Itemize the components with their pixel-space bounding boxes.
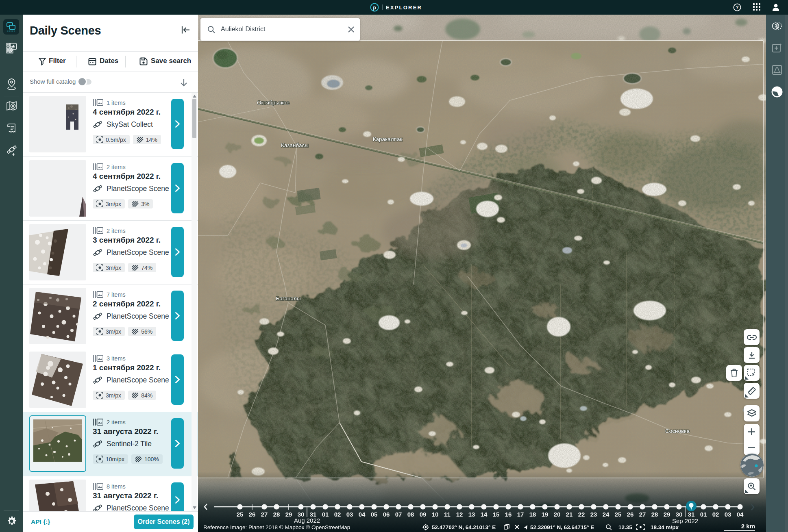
svg-text:28: 28	[651, 511, 658, 518]
svg-text:Aug 2022: Aug 2022	[294, 517, 320, 524]
svg-text:Казанбасы: Казанбасы	[281, 142, 309, 148]
svg-text:52.47702° N, 64.21013° E: 52.47702° N, 64.21013° E	[432, 524, 496, 530]
svg-text:26: 26	[627, 511, 634, 518]
svg-text:24: 24	[603, 511, 610, 518]
svg-text:Октябрьское: Октябрьское	[257, 100, 290, 106]
svg-text:02: 02	[712, 511, 719, 518]
svg-text:23: 23	[590, 511, 597, 518]
svg-text:15: 15	[493, 511, 500, 518]
svg-text:17: 17	[517, 511, 524, 518]
svg-text:20: 20	[554, 511, 561, 518]
svg-text:09: 09	[420, 511, 427, 518]
svg-text:19: 19	[542, 511, 549, 518]
svg-text:03: 03	[346, 511, 353, 518]
svg-text:30: 30	[676, 511, 683, 518]
svg-text:p: p	[373, 5, 376, 11]
svg-text:EXPLORER: EXPLORER	[386, 4, 422, 11]
svg-text:06: 06	[383, 511, 390, 518]
svg-text:29: 29	[664, 511, 670, 518]
svg-text:02: 02	[334, 511, 341, 518]
svg-text:11: 11	[444, 511, 451, 518]
svg-text:05: 05	[371, 511, 378, 518]
svg-text:2 km: 2 km	[741, 523, 755, 530]
svg-text:12.35: 12.35	[618, 524, 632, 530]
svg-text:52.32091° N, 63.64715° E: 52.32091° N, 63.64715° E	[530, 524, 594, 530]
svg-text:12: 12	[456, 511, 463, 518]
svg-text:28: 28	[273, 511, 280, 518]
svg-text:04: 04	[737, 511, 744, 518]
svg-text:Баганалы: Баганалы	[276, 295, 300, 302]
svg-text:Sep 2022: Sep 2022	[672, 517, 698, 524]
svg-text:01: 01	[322, 511, 329, 518]
svg-text:07: 07	[395, 511, 402, 518]
svg-text:14: 14	[481, 511, 488, 518]
svg-text:22: 22	[578, 511, 585, 518]
svg-text:10: 10	[432, 511, 439, 518]
svg-text:03: 03	[725, 511, 731, 518]
svg-text:21: 21	[566, 511, 573, 518]
svg-text:18: 18	[529, 511, 536, 518]
svg-text:Каракалпак: Каракалпак	[373, 136, 403, 142]
svg-text:08: 08	[407, 511, 414, 518]
svg-text:Сосновка: Сосновка	[665, 428, 690, 434]
svg-text:?: ?	[736, 5, 738, 10]
svg-text:27: 27	[261, 511, 268, 518]
svg-text:16: 16	[505, 511, 512, 518]
svg-text:27: 27	[639, 511, 646, 518]
svg-text:Reference Image: Planet 2018 ©: Reference Image: Planet 2018 © Mapbox © …	[203, 524, 350, 530]
svg-text:13: 13	[468, 511, 475, 518]
svg-text:29: 29	[285, 511, 292, 518]
svg-text:04: 04	[359, 511, 366, 518]
svg-text:31: 31	[688, 511, 695, 518]
svg-text:18.34 m/px: 18.34 m/px	[651, 524, 679, 530]
svg-text:25: 25	[615, 511, 622, 518]
svg-text:01: 01	[700, 511, 707, 518]
svg-text:25: 25	[237, 511, 244, 518]
svg-text:26: 26	[249, 511, 256, 518]
